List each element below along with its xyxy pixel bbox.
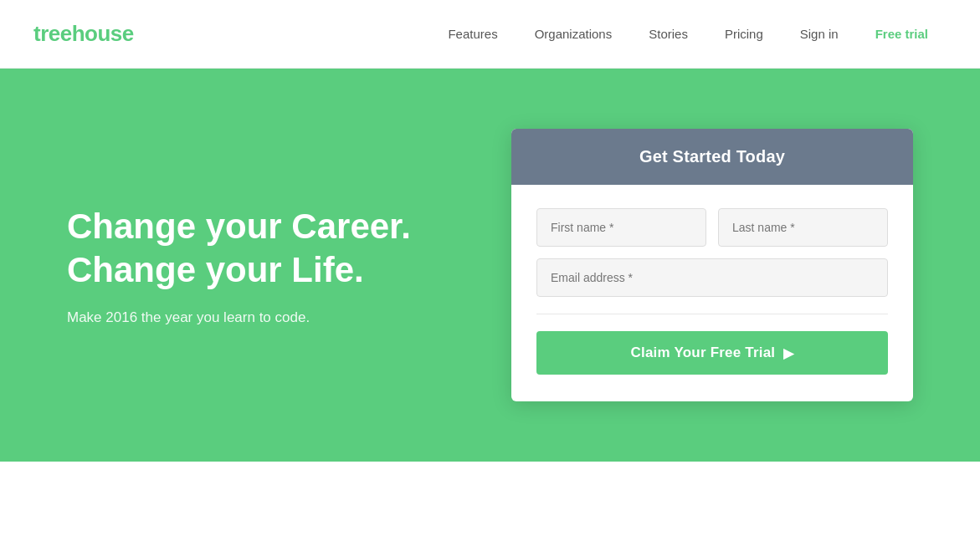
signup-form-card: Get Started Today Claim Your Free Trial …: [511, 129, 913, 401]
nav-organizations[interactable]: Organizations: [516, 0, 631, 69]
form-divider: [536, 314, 888, 314]
hero-headline-line1: Change your Career.: [67, 207, 411, 246]
hero-section: Change your Career. Change your Life. Ma…: [0, 69, 980, 462]
claim-trial-label: Claim Your Free Trial: [631, 345, 776, 361]
logo[interactable]: treehouse: [33, 21, 134, 47]
first-name-input[interactable]: [536, 208, 706, 247]
main-nav: Features Organizations Stories Pricing S…: [429, 0, 947, 69]
last-name-input[interactable]: [718, 208, 888, 247]
hero-subtext: Make 2016 the year you learn to code.: [67, 309, 478, 326]
nav-pricing[interactable]: Pricing: [706, 0, 782, 69]
hero-headline: Change your Career. Change your Life.: [67, 205, 478, 293]
form-card-title: Get Started Today: [536, 147, 888, 166]
form-card-body: Claim Your Free Trial ▶: [511, 185, 913, 401]
claim-trial-button[interactable]: Claim Your Free Trial ▶: [536, 331, 888, 375]
hero-headline-line2: Change your Life.: [67, 250, 364, 289]
claim-trial-arrow: ▶: [783, 345, 793, 361]
form-card-header: Get Started Today: [511, 129, 913, 185]
nav-signin[interactable]: Sign in: [782, 0, 857, 69]
name-row: [536, 208, 888, 247]
email-input[interactable]: [536, 258, 888, 297]
nav-features[interactable]: Features: [429, 0, 516, 69]
email-row: [536, 258, 888, 297]
below-hero: [0, 462, 980, 536]
header: treehouse Features Organizations Stories…: [0, 0, 980, 69]
hero-left: Change your Career. Change your Life. Ma…: [67, 205, 511, 326]
nav-stories[interactable]: Stories: [630, 0, 706, 69]
nav-free-trial[interactable]: Free trial: [857, 0, 947, 69]
